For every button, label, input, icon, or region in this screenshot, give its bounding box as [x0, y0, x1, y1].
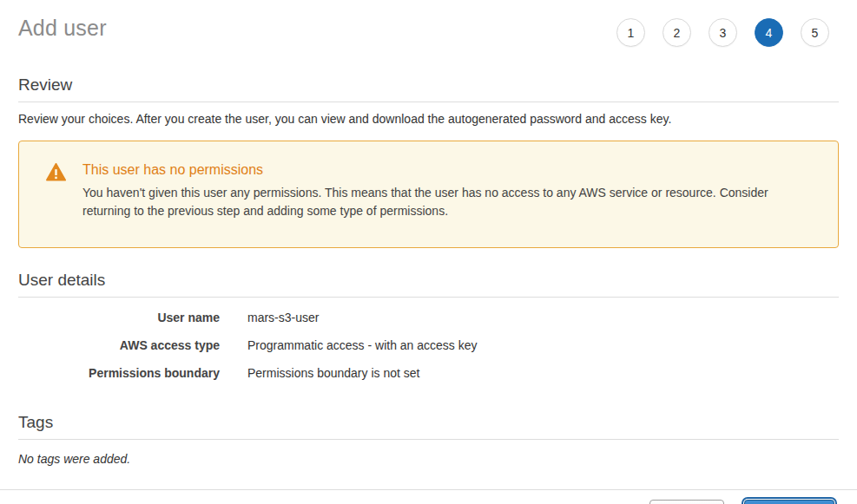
review-description: Review your choices. After you create th… [18, 112, 839, 126]
wizard-header: Add user 1 2 3 4 5 [18, 0, 839, 47]
create-user-button[interactable]: Create user [744, 500, 834, 504]
detail-row-permissions-boundary: Permissions boundary Permissions boundar… [18, 359, 839, 387]
wizard-step-indicator: 1 2 3 4 5 [616, 16, 839, 47]
warning-triangle-icon [46, 162, 66, 184]
tags-section: Tags No tags were added. [18, 413, 839, 466]
tags-divider [18, 439, 839, 440]
tags-heading: Tags [18, 413, 839, 432]
footer-actions: Cancel Previous Create user [0, 490, 857, 504]
permissions-boundary-label: Permissions boundary [18, 366, 220, 380]
permissions-boundary-value: Permissions boundary is not set [247, 366, 419, 380]
warning-body: You haven't given this user any permissi… [82, 184, 808, 220]
warning-title: This user has no permissions [82, 162, 808, 178]
detail-row-user-name: User name mars-s3-user [18, 304, 839, 331]
user-name-label: User name [18, 311, 220, 324]
step-2[interactable]: 2 [663, 18, 691, 47]
tags-empty-message: No tags were added. [18, 452, 839, 466]
previous-button[interactable]: Previous [649, 500, 725, 504]
detail-row-access-type: AWS access type Programmatic access - wi… [18, 331, 839, 359]
access-type-label: AWS access type [18, 338, 220, 352]
add-user-wizard-page: Add user 1 2 3 4 5 Review Review your ch… [0, 0, 857, 466]
no-permissions-warning-banner: This user has no permissions You haven't… [18, 141, 839, 248]
step-5[interactable]: 5 [801, 18, 829, 47]
review-divider [18, 101, 839, 102]
step-3[interactable]: 3 [709, 18, 737, 47]
user-name-value: mars-s3-user [247, 311, 319, 324]
review-section: Review Review your choices. After you cr… [18, 75, 839, 248]
user-details-divider [18, 297, 839, 298]
warning-content: This user has no permissions You haven't… [82, 162, 808, 220]
user-details-section: User details User name mars-s3-user AWS … [18, 271, 839, 387]
user-details-heading: User details [18, 271, 839, 290]
wizard-footer: Cancel Previous Create user [0, 489, 857, 504]
user-details-rows: User name mars-s3-user AWS access type P… [18, 304, 839, 387]
review-heading: Review [18, 75, 839, 95]
step-1[interactable]: 1 [616, 18, 645, 47]
page-title: Add user [18, 16, 107, 41]
access-type-value: Programmatic access - with an access key [247, 338, 478, 352]
step-4-active[interactable]: 4 [755, 18, 783, 47]
